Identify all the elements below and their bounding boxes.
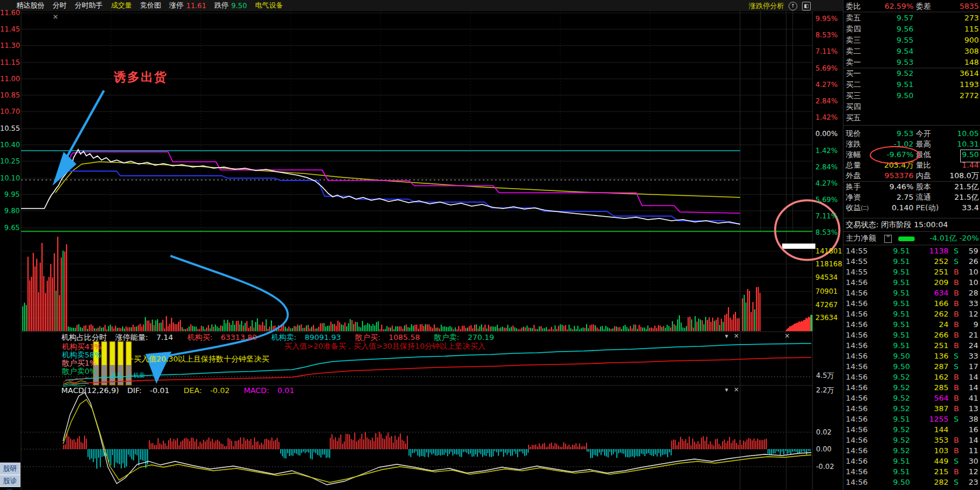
top-menu-bar: 精达股份 分时 分时助手 成交量 竞价图 涨停 11.61 跌停 9.50 电气… — [0, 0, 980, 11]
tick-row[interactable]: 14:569.51166B33 — [843, 298, 980, 309]
bid-volume: 3614 — [925, 68, 979, 79]
quote-value: 1.44 — [925, 160, 979, 171]
tick-price: 9.51 — [877, 467, 910, 477]
tick-row[interactable]: 14:569.5214416 — [843, 425, 980, 435]
tick-row[interactable]: 14:569.51209B10 — [843, 277, 980, 288]
table-row[interactable]: 买三9.502772 — [843, 91, 980, 101]
menu-item-fenshi[interactable]: 分时 — [53, 1, 67, 11]
tick-price: 9.52 — [877, 372, 910, 383]
table-row[interactable]: 涨幅-9.67%最低9.50 — [843, 150, 980, 160]
menu-item-fenshi-helper[interactable]: 分时助手 — [75, 1, 103, 11]
tick-time: 14:56 — [846, 477, 867, 488]
tick-price: 9.52 — [877, 404, 910, 414]
pct-axis-label: 5.69% — [815, 196, 838, 203]
macd-pane-close-icon[interactable]: ✕ — [734, 386, 739, 394]
tick-row[interactable]: 14:569.51251B24 — [843, 340, 980, 351]
table-row[interactable]: 买五 — [843, 113, 980, 123]
table-row[interactable]: 买四 — [843, 102, 980, 112]
quote-value: 953376 — [866, 171, 913, 181]
tick-row[interactable]: 14:569.52564B41 — [843, 393, 980, 404]
expand-icon[interactable]: ↑ — [789, 2, 797, 11]
tick-row[interactable]: 14:569.51266B21 — [843, 330, 980, 340]
tick-time: 14:56 — [846, 404, 867, 414]
menu-item-auction-chart[interactable]: 竞价图 — [140, 1, 161, 11]
tick-count: 11 — [960, 446, 978, 456]
price-axis-label: 11.15 — [0, 59, 20, 66]
quote-label: 现价 — [846, 128, 861, 139]
tick-price: 9.51 — [877, 319, 910, 330]
limit-up-value: 11.61 — [186, 2, 206, 10]
macd-pane-title[interactable]: MACD(12,26,9) — [61, 386, 119, 395]
tick-row[interactable]: 14:569.5124B9 — [843, 319, 980, 330]
tick-count: 12 — [960, 467, 978, 477]
tick-row[interactable]: 14:559.51251B10 — [843, 267, 980, 277]
table-row[interactable]: 买二9.511193 — [843, 79, 980, 90]
inst-pane-close-icon[interactable]: ✕ — [734, 332, 739, 340]
table-row[interactable]: 收益㈡0.140PE(动)33.4 — [843, 203, 980, 213]
inst-pane-title[interactable]: 机构占比分时 — [61, 333, 107, 342]
tick-time: 14:56 — [846, 372, 867, 383]
bid-price: 9.50 — [866, 91, 913, 101]
tab-stock-research[interactable]: 股研报 — [0, 463, 20, 475]
split-window-icon[interactable]: ◧ — [802, 2, 811, 11]
table-row[interactable]: 涨跌-1.02最高10.31 — [843, 139, 980, 150]
price-axis-label: 11.60 — [0, 9, 20, 16]
table-row[interactable]: 买一9.523614 — [843, 68, 980, 79]
ask-price: 9.54 — [866, 46, 913, 57]
table-row[interactable]: 外盘953376内盘108.0万 — [843, 171, 980, 181]
table-row[interactable]: 卖五9.57273 — [843, 13, 980, 23]
table-row[interactable]: 换手9.46%股本21.5亿 — [843, 182, 980, 192]
tick-count: 26 — [960, 256, 978, 267]
tick-row[interactable]: 14:569.511255S38 — [843, 414, 980, 425]
main-flow-value: -4.01亿 -20% — [918, 233, 979, 244]
tick-time: 14:56 — [846, 446, 867, 456]
macd-pane-collapse-icon[interactable]: ▾ — [725, 386, 728, 394]
ask-label: 卖三 — [846, 35, 861, 46]
pct-axis-label: 1.42% — [815, 147, 838, 154]
menu-item-volume[interactable]: 成交量 — [111, 1, 132, 11]
table-row[interactable]: 现价9.53今开10.05 — [843, 128, 980, 139]
tick-row[interactable]: 14:569.51449S30 — [843, 456, 980, 467]
tick-price: 9.51 — [877, 330, 910, 340]
tick-time: 14:56 — [846, 393, 867, 404]
limit-analysis-link[interactable]: 涨跌停分析 — [749, 1, 784, 11]
bid-volume: 1193 — [925, 79, 979, 90]
tick-row[interactable]: 14:569.52103B11 — [843, 446, 980, 456]
industry-label[interactable]: 电气设备 — [255, 1, 283, 11]
table-row[interactable]: 卖四9.56115 — [843, 24, 980, 34]
tick-row[interactable]: 14:569.52162B14 — [843, 372, 980, 383]
stock-name[interactable]: 精达股份 — [16, 1, 44, 11]
aux-close-icon[interactable]: ✕ — [784, 332, 790, 340]
table-row[interactable]: 净资2.75流通21.5亿 — [843, 192, 980, 203]
close-icon[interactable]: ✕ — [53, 13, 58, 21]
tick-volume: 24 — [912, 319, 948, 330]
tick-row[interactable]: 14:559.511138S59 — [843, 246, 980, 256]
tick-row[interactable]: 14:569.52387B13 — [843, 404, 980, 414]
inst-pane-collapse-icon[interactable]: ▾ — [725, 332, 728, 340]
tick-price: 9.52 — [877, 425, 910, 435]
inst-axis-label: 4.5万 — [816, 372, 834, 379]
pct-axis-label: 4.27% — [815, 81, 838, 88]
tick-row[interactable]: 14:569.52285B14 — [843, 383, 980, 393]
tick-price: 9.51 — [877, 309, 910, 319]
tick-row[interactable]: 14:569.51262B12 — [843, 309, 980, 319]
tick-volume: 215 — [912, 467, 948, 477]
tick-row[interactable]: 14:569.50282S23 — [843, 477, 980, 488]
tick-row[interactable]: 14:569.51634B28 — [843, 288, 980, 298]
tick-count: 41 — [960, 393, 978, 404]
tab-stock-diagnosis[interactable]: 股诊断 — [0, 475, 20, 487]
tick-price: 9.51 — [877, 256, 910, 267]
tick-row[interactable]: 14:569.52353B14 — [843, 435, 980, 446]
list-icon[interactable]: ≡ — [884, 235, 892, 243]
table-row[interactable]: 卖三9.55900 — [843, 35, 980, 46]
table-row[interactable]: 卖一9.53148 — [843, 57, 980, 68]
topbar-right: 涨跌停分析 ↑ ◧ — [749, 1, 811, 11]
tick-row[interactable]: 14:569.50287S17 — [843, 362, 980, 372]
tick-time: 14:56 — [846, 309, 867, 319]
table-row[interactable]: 总量203.4万量比1.44 — [843, 160, 980, 171]
tick-row[interactable]: 14:569.51215B12 — [843, 467, 980, 477]
tick-row[interactable]: 14:569.50136S33 — [843, 351, 980, 362]
table-row[interactable]: 卖二9.54308 — [843, 46, 980, 57]
tick-time: 14:56 — [846, 383, 867, 393]
tick-row[interactable]: 14:559.51252S26 — [843, 256, 980, 267]
